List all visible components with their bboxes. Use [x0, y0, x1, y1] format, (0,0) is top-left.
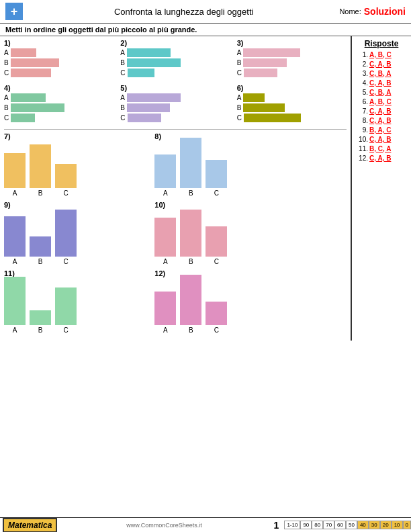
answer-num: 3. — [356, 70, 368, 77]
answer-num: 12. — [356, 154, 368, 162]
title: Confronta la lunghezza degli oggetti — [28, 7, 339, 17]
answer-val: B, C, A — [369, 145, 391, 152]
answer-val: C, A, B — [369, 154, 391, 162]
answer-num: 4. — [356, 79, 368, 87]
answer-item-1: 1.A, B, C — [356, 51, 407, 58]
score-box-60: 60 — [334, 521, 346, 529]
exercise-11: 11) A B C — [4, 269, 141, 334]
exercise-7: 7) A B C — [4, 132, 141, 197]
answers-title: Risposte — [356, 39, 407, 48]
answer-num: 10. — [356, 136, 368, 143]
math-label: Matematica — [3, 518, 57, 533]
answer-item-4: 4.C, A, B — [356, 79, 407, 87]
answer-val: C, B, A — [369, 70, 391, 77]
answer-val: A, B, C — [369, 98, 392, 105]
exercise-8: 8) A B C — [154, 132, 291, 197]
exercise-2: 2) A B C — [120, 39, 230, 79]
answer-val: A, B, C — [369, 51, 392, 58]
answer-item-10: 10.C, A, B — [356, 136, 407, 143]
score-box-30: 30 — [369, 521, 380, 529]
score-box-20: 20 — [380, 521, 392, 529]
answer-val: C, A, B — [369, 79, 391, 87]
exercise-4: 4) A B C — [4, 84, 113, 124]
answer-num: 5. — [356, 89, 368, 96]
score-box-10: 10 — [392, 521, 403, 529]
answer-val: C, A, B — [369, 60, 391, 68]
exercise-3: 3) A B C — [237, 39, 347, 79]
answer-item-8: 8.C, A, B — [356, 117, 407, 124]
exercise-1: 1) A B C — [4, 39, 113, 79]
score-box-80: 80 — [312, 521, 323, 529]
answer-val: C, B, A — [369, 89, 391, 96]
footer: Matematica www.CommonCoreSheets.it 1 1-1… — [0, 517, 411, 532]
exercise-12: 12) A B C — [154, 269, 291, 334]
answer-item-2: 2.C, A, B — [356, 60, 407, 68]
answer-num: 9. — [356, 126, 368, 134]
page-number: 1 — [269, 520, 285, 531]
answer-num: 11. — [356, 145, 368, 152]
exercise-10: 10) A B C — [154, 201, 291, 265]
score-box-90: 90 — [300, 521, 312, 529]
answer-item-7: 7.C, A, B — [356, 107, 407, 115]
solutions-label: Soluzioni — [364, 6, 406, 17]
answer-item-5: 5.C, B, A — [356, 89, 407, 96]
exercises-area: 1) A B C 2) A B C 3) A B C — [0, 36, 351, 341]
answer-val: B, A, C — [369, 126, 391, 134]
score-box-50: 50 — [346, 521, 357, 529]
score-box-70: 70 — [323, 521, 334, 529]
answer-item-11: 11.B, C, A — [356, 145, 407, 152]
answer-num: 2. — [356, 60, 368, 68]
answer-num: 1. — [356, 51, 368, 58]
header: + Confronta la lunghezza degli oggetti N… — [0, 0, 411, 24]
score-box-0: 0 — [403, 521, 411, 529]
answer-item-9: 9.B, A, C — [356, 126, 407, 134]
scores-section: 1-10 9080706050403020100 — [284, 521, 411, 529]
exercise-5: 5) A B C — [120, 84, 230, 124]
answer-item-6: 6.A, B, C — [356, 98, 407, 105]
footer-url: www.CommonCoreSheets.it — [60, 522, 268, 529]
exercise-6: 6) A B C — [237, 84, 347, 124]
answer-item-12: 12.C, A, B — [356, 154, 407, 162]
answer-val: C, A, B — [369, 117, 391, 124]
answer-num: 6. — [356, 98, 368, 105]
exercise-9: 9) A B C — [4, 201, 141, 265]
answer-num: 7. — [356, 107, 368, 115]
logo: + — [5, 3, 23, 20]
score-box-40: 40 — [357, 521, 369, 529]
nome-label: Nome: — [339, 7, 361, 15]
answer-val: C, A, B — [369, 107, 391, 115]
answer-num: 8. — [356, 117, 368, 124]
instruction: Metti in ordine gli oggetti dal più picc… — [0, 24, 411, 36]
answer-val: C, A, B — [369, 136, 391, 143]
answers-panel: Risposte 1.A, B, C2.C, A, B3.C, B, A4.C,… — [351, 36, 411, 341]
answer-item-3: 3.C, B, A — [356, 70, 407, 77]
